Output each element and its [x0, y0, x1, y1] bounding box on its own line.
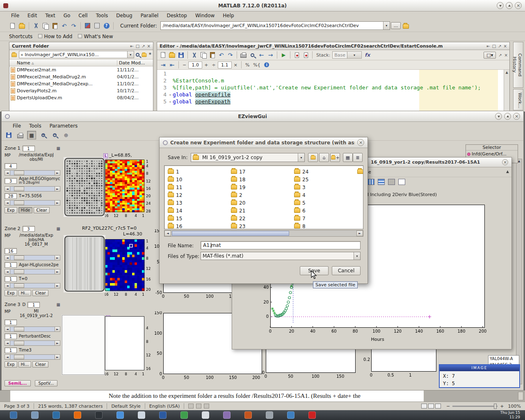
maximize-button[interactable]	[504, 113, 511, 120]
grid-icon[interactable]: ▦	[57, 146, 60, 151]
folder-item[interactable]: 14	[168, 207, 230, 215]
tab-workspace[interactable]: Work...	[513, 89, 523, 110]
column-name[interactable]: Name	[17, 60, 30, 66]
divide-button[interactable]: ÷	[210, 62, 217, 68]
folder-new-icon[interactable]	[142, 53, 146, 57]
folder-item[interactable]: 20	[231, 199, 293, 207]
zone2-exp-button[interactable]: Exp	[5, 290, 17, 296]
minimize-button[interactable]	[495, 113, 502, 120]
slider-right-arrow[interactable]: ►	[55, 201, 60, 205]
dock-icon[interactable]: ⇤	[130, 44, 133, 48]
zoom-out-button[interactable]: −	[181, 62, 188, 68]
folder-item[interactable]: 9	[357, 168, 363, 176]
column-date[interactable]: Date Mod...	[117, 60, 153, 66]
radio-icon[interactable]	[467, 153, 470, 156]
status-language[interactable]: English (USA)	[145, 404, 184, 409]
gear-icon[interactable]: *	[149, 52, 151, 57]
zone2-clear-button[interactable]: Clear	[32, 290, 48, 296]
zone1-media-index-input[interactable]: 3	[5, 178, 17, 184]
menu-item[interactable]: Debug	[112, 12, 136, 19]
minimize-button[interactable]	[497, 2, 504, 9]
slider-left-arrow[interactable]: ◄	[5, 355, 10, 359]
undock-icon[interactable]: ↗	[142, 44, 145, 48]
zone3-time-index-input[interactable]: 1	[5, 347, 17, 353]
menu-item[interactable]: Text	[41, 12, 59, 19]
grid-icon[interactable]: ▦	[57, 226, 60, 231]
view-single-page-icon[interactable]	[421, 404, 427, 409]
gene-list-item[interactable]: YAL044W-A	[490, 356, 519, 362]
menu-item[interactable]: Tools	[25, 122, 45, 130]
zone1-time-index-input[interactable]: 28	[5, 193, 17, 199]
folder-item[interactable]: 21	[231, 207, 293, 215]
slider-left-arrow[interactable]: ◄	[5, 187, 10, 191]
semilog-button[interactable]: SemiL...	[5, 380, 31, 386]
files-of-type-combo[interactable]: MAT-files (*.mat) ▾	[201, 252, 361, 260]
taskbar-app-icon[interactable]	[223, 411, 231, 419]
cut-icon[interactable]	[190, 51, 199, 59]
current-folder-path-combo[interactable]: /media/data/EASY/InovImager_jwrCF_WINLin…	[160, 21, 390, 30]
stack-combo[interactable]: Base ▾	[332, 51, 362, 59]
menu-item[interactable]: Parallel	[137, 12, 162, 19]
zone3-slider-media[interactable]: ◄►	[5, 340, 60, 346]
zone1-exp-button[interactable]: Exp	[5, 207, 17, 213]
paste-icon[interactable]	[50, 22, 59, 30]
zone2-slider-media[interactable]: ◄►	[5, 269, 60, 274]
taskbar-app-icon[interactable]	[159, 411, 167, 419]
folder-item[interactable]: 11	[168, 183, 230, 191]
grid-icon[interactable]: ▦	[57, 302, 60, 307]
folder-item[interactable]: 24	[294, 168, 356, 176]
close-icon[interactable]: ×	[147, 44, 151, 48]
folder-list[interactable]: 110111213141516 171819220212223 24253456…	[164, 165, 363, 229]
slider-right-arrow[interactable]: ►	[55, 269, 60, 274]
taskbar-app-icon[interactable]	[244, 411, 252, 419]
slider-left-arrow[interactable]: ◄	[5, 201, 10, 205]
chevron-down-icon[interactable]: ▾	[127, 51, 134, 58]
zone2-time-index-input[interactable]: 1	[5, 276, 17, 282]
view-book-icon[interactable]	[435, 404, 441, 409]
guide-icon[interactable]	[93, 22, 101, 30]
menu-item[interactable]: Window	[192, 12, 218, 19]
menu-item[interactable]: File	[7, 12, 23, 19]
undo-icon[interactable]: ↶	[60, 22, 68, 30]
browse-button[interactable]: ...	[391, 22, 401, 29]
file-row[interactable]: DMPexcel2mat_MediaDrug2.m 04/01/2...	[9, 73, 153, 80]
status-style[interactable]: Default Style	[107, 404, 144, 409]
new-file-icon[interactable]	[159, 51, 167, 59]
taskbar-app-icon[interactable]	[138, 411, 145, 419]
zone2-hide-button[interactable]: Hi...	[18, 290, 32, 296]
menu-item[interactable]: Desktop	[163, 12, 191, 19]
redo-icon[interactable]: ↷	[69, 22, 78, 30]
table-icon[interactable]	[368, 179, 374, 185]
float-icon[interactable]: □	[492, 44, 496, 48]
fx-icon[interactable]: fx	[365, 52, 370, 58]
folder-breadcrumb-combo[interactable]: « InovImager_jwrCF_WINLinx150... ▾	[19, 51, 134, 58]
print-icon[interactable]	[239, 51, 248, 59]
close-button[interactable]: ×	[515, 2, 522, 9]
up-folder-icon[interactable]	[308, 153, 318, 162]
open-file-icon[interactable]	[168, 51, 176, 59]
zone1-slider-time[interactable]: ◄►	[5, 200, 60, 205]
folder-item[interactable]: 25	[294, 176, 356, 183]
undock-icon[interactable]: ↗	[498, 53, 502, 57]
zoom-out-icon[interactable]: −	[50, 131, 59, 139]
help-icon[interactable]: ?	[102, 22, 111, 30]
chevron-down-icon[interactable]: ▾	[354, 252, 360, 260]
dock-icon[interactable]: ⇤	[486, 44, 490, 48]
editor-panel-header[interactable]: Editor - /media/data/EASY/InovImager_jwr…	[157, 42, 509, 50]
taskbar-app-icon[interactable]	[308, 411, 316, 419]
copy-icon[interactable]	[199, 51, 208, 59]
zone1-slider-media[interactable]: ◄►	[5, 186, 60, 192]
menu-item[interactable]: Go	[60, 12, 74, 19]
copy-icon[interactable]	[41, 22, 50, 30]
zone3-index-input[interactable]: 1	[27, 302, 40, 308]
paste-icon[interactable]	[208, 51, 217, 59]
undo-icon[interactable]: ↶	[217, 51, 226, 59]
zone2-media-index-input[interactable]: 1	[5, 262, 17, 268]
search-icon[interactable]	[136, 53, 139, 57]
taskbar-app-icon[interactable]	[287, 411, 294, 419]
layout-icon[interactable]	[398, 179, 405, 185]
image-window-title[interactable]: IMAGE	[440, 365, 519, 371]
zone3-slider-time[interactable]: ◄►	[5, 354, 60, 360]
zone2-slider-time[interactable]: ◄►	[5, 283, 60, 288]
indent-left-icon[interactable]: ⇤	[168, 61, 176, 69]
